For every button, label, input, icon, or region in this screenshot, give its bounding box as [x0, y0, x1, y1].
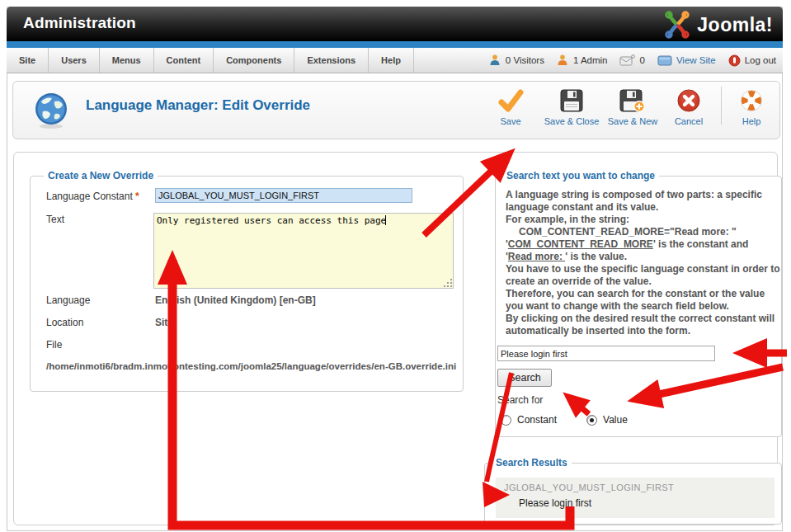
- visitors-count: 0 Visitors: [506, 55, 544, 65]
- help-ring-icon: [728, 87, 775, 115]
- search-result-item[interactable]: JGLOBAL_YOU_MUST_LOGIN_FIRST Please logi…: [496, 478, 775, 518]
- location-label: Location: [46, 317, 83, 328]
- cancel-button[interactable]: Cancel: [663, 85, 714, 126]
- menu-menus[interactable]: Menus: [100, 48, 154, 73]
- envelope-icon: [619, 54, 635, 66]
- logout-label: Log out: [745, 55, 776, 65]
- help-text: A language string is composed of two par…: [506, 189, 783, 337]
- messages-count: 0: [639, 55, 644, 65]
- help-line: Therefore, you can search for the consta…: [506, 288, 783, 313]
- joomla-logo-text: Joomla!: [697, 14, 773, 36]
- result-constant: JGLOBAL_YOU_MUST_LOGIN_FIRST: [504, 483, 674, 492]
- cancel-icon: [663, 87, 714, 115]
- radio-value-label: Value: [603, 414, 628, 426]
- help-line: 'Read more: ' is the value.: [506, 251, 783, 263]
- search-results-fieldset: Search Results JGLOBAL_YOU_MUST_LOGIN_FI…: [484, 463, 782, 525]
- toolbar: Save Save & Close Save & New Cancel: [480, 85, 775, 126]
- view-site-label: View Site: [676, 55, 716, 65]
- help-line: 'COM_CONTENT_READ_MORE' is the constant …: [506, 238, 783, 251]
- floppy-plus-icon: [602, 87, 663, 115]
- text-cursor: [385, 215, 386, 225]
- globe-icon: [33, 92, 69, 129]
- visitors-status[interactable]: 0 Visitors: [489, 54, 544, 66]
- joomla-admin-page: Administration Joomla! Site Users Menus …: [0, 0, 791, 532]
- menu-users[interactable]: Users: [49, 48, 100, 73]
- logout-icon: [728, 54, 741, 67]
- create-override-fieldset: Create a New Override Language Constant …: [30, 176, 464, 392]
- status-bar: 0 Visitors 1 Admin 0 View Site Log out: [489, 48, 783, 73]
- menu-help[interactable]: Help: [369, 48, 414, 73]
- required-asterisk: *: [135, 191, 139, 202]
- top-bar: Administration Joomla!: [7, 7, 783, 41]
- view-site-link[interactable]: View Site: [657, 55, 716, 66]
- logout-link[interactable]: Log out: [728, 54, 776, 67]
- result-value: Please login first: [519, 497, 591, 509]
- search-results-legend: Search Results: [492, 457, 572, 468]
- menu-content[interactable]: Content: [154, 48, 214, 73]
- help-button[interactable]: Help: [728, 85, 775, 126]
- menu-site[interactable]: Site: [7, 48, 49, 73]
- floppy-icon: [541, 87, 602, 115]
- menu-components[interactable]: Components: [214, 48, 294, 73]
- radio-value-circle[interactable]: [586, 415, 597, 426]
- save-button[interactable]: Save: [480, 85, 541, 126]
- help-line: By clicking on the desired result the co…: [506, 313, 783, 337]
- textarea-resize-grip[interactable]: [444, 279, 453, 288]
- header-bar: Language Manager: Edit Override Save Sav…: [12, 81, 780, 139]
- help-line: For example, in the string:: [506, 214, 783, 226]
- save-close-button[interactable]: Save & Close: [541, 85, 602, 126]
- help-line: A language string is composed of two par…: [506, 189, 783, 214]
- text-label: Text: [46, 214, 64, 225]
- admin-title: Administration: [23, 14, 136, 32]
- language-constant-input[interactable]: [155, 188, 412, 203]
- help-line: COM_CONTENT_READ_MORE="Read more: ": [506, 226, 783, 238]
- admins-count: 1 Admin: [573, 55, 608, 65]
- joomla-logo-icon: [662, 10, 692, 40]
- menu-extensions[interactable]: Extensions: [294, 48, 369, 73]
- radio-constant[interactable]: Constant: [501, 414, 557, 426]
- search-fieldset: Search text you want to change A languag…: [495, 176, 782, 437]
- file-path-value: /home/inmoti6/bradm.inmotiontesting.com/…: [46, 361, 456, 371]
- location-value: Site: [155, 317, 173, 328]
- radio-constant-circle[interactable]: [501, 415, 511, 426]
- search-legend: Search text you want to change: [502, 170, 659, 181]
- language-constant-label: Language Constant *: [46, 191, 139, 202]
- file-label: File: [46, 339, 62, 351]
- search-button[interactable]: Search: [497, 369, 552, 387]
- admins-status[interactable]: 1 Admin: [557, 54, 608, 66]
- toolbar-separator: [721, 87, 722, 125]
- text-textarea[interactable]: Only registered users can access this pa…: [153, 213, 454, 289]
- blue-strip: [7, 41, 783, 48]
- search-input[interactable]: [497, 346, 715, 361]
- create-override-legend: Create a New Override: [44, 170, 158, 181]
- save-new-button[interactable]: Save & New: [602, 85, 663, 126]
- radio-constant-label: Constant: [517, 414, 557, 426]
- page-title: Language Manager: Edit Override: [86, 97, 310, 114]
- search-for-label: Search for: [497, 394, 543, 406]
- visitors-person-icon: [489, 54, 501, 66]
- check-icon: [480, 87, 541, 115]
- help-line: You have to use the specific language co…: [506, 263, 783, 288]
- joomla-logo: Joomla!: [662, 10, 773, 40]
- site-window-icon: [657, 55, 672, 66]
- language-label: Language: [46, 294, 90, 306]
- language-value: English (United Kingdom) [en-GB]: [155, 294, 316, 306]
- messages-status[interactable]: 0: [619, 54, 644, 66]
- admin-person-icon: [557, 54, 569, 66]
- menu-bar: Site Users Menus Content Components Exte…: [7, 48, 783, 73]
- main-menu: Site Users Menus Content Components Exte…: [7, 48, 414, 73]
- radio-value[interactable]: Value: [586, 414, 628, 426]
- search-for-radios: Constant Value: [501, 414, 628, 426]
